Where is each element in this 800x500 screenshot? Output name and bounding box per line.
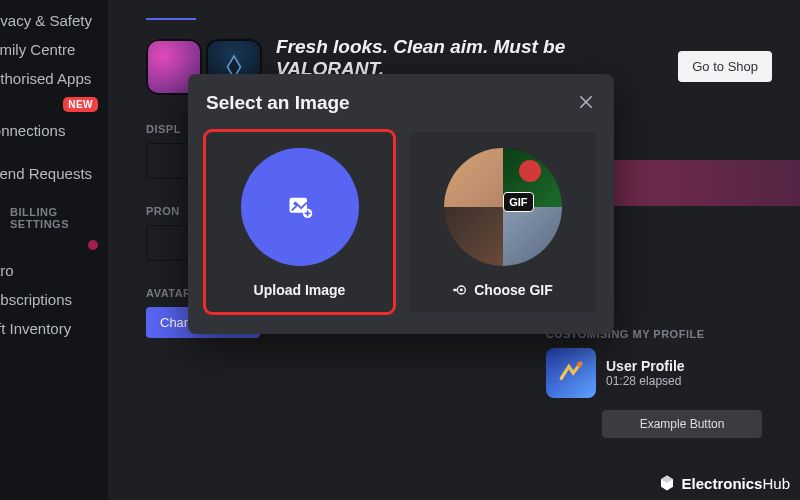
- close-button[interactable]: [572, 88, 600, 116]
- close-icon: [577, 93, 595, 111]
- upload-image-circle: [241, 148, 359, 266]
- svg-point-5: [460, 289, 463, 292]
- select-image-modal: Select an Image Upload Image GIF: [188, 74, 614, 334]
- modal-title: Select an Image: [206, 92, 596, 114]
- gif-badge: GIF: [503, 192, 533, 212]
- watermark: ElectronicsHub: [658, 474, 790, 492]
- image-upload-icon: [286, 193, 314, 221]
- choose-gif-label: Choose GIF: [452, 282, 553, 298]
- upload-image-option[interactable]: Upload Image: [206, 132, 393, 312]
- nitro-icon: [452, 282, 468, 298]
- upload-image-label: Upload Image: [254, 282, 346, 298]
- choose-gif-option[interactable]: GIF Choose GIF: [409, 132, 596, 312]
- svg-rect-6: [454, 289, 457, 292]
- watermark-logo-icon: [658, 474, 676, 492]
- choose-gif-circle: GIF: [444, 148, 562, 266]
